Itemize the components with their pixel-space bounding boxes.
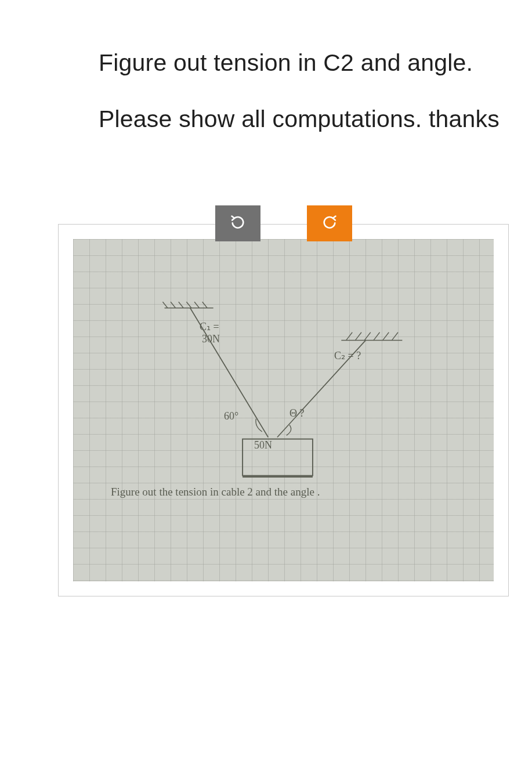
c1-label: C₁ = <box>200 320 219 333</box>
question-text: Figure out tension in C2 and angle. Plea… <box>99 35 509 147</box>
svg-line-8 <box>346 332 353 340</box>
angle-60: 60° <box>224 410 238 422</box>
undo-button[interactable] <box>215 205 260 241</box>
graph-paper: C₁ = 30N C₂ = ? 60° Θ ? 50N Figure out t… <box>73 239 494 581</box>
svg-line-9 <box>355 332 361 340</box>
c2-label: C₂ = ? <box>334 349 361 362</box>
svg-line-11 <box>374 332 380 340</box>
redo-button[interactable] <box>307 205 352 241</box>
svg-line-12 <box>383 332 389 340</box>
svg-line-3 <box>179 302 183 308</box>
redo-icon <box>321 214 338 232</box>
diagram-caption: Figure out the tension in cable 2 and th… <box>111 486 459 498</box>
svg-line-10 <box>364 332 371 340</box>
svg-rect-16 <box>243 439 313 475</box>
svg-line-6 <box>202 302 207 308</box>
action-buttons <box>58 205 509 241</box>
angle-theta: Θ ? <box>289 407 305 420</box>
diagram-sketch <box>73 239 494 581</box>
image-frame: C₁ = 30N C₂ = ? 60° Θ ? 50N Figure out t… <box>58 224 509 596</box>
weight-label: 50N <box>254 439 272 451</box>
svg-line-1 <box>162 302 167 308</box>
svg-line-5 <box>194 302 199 308</box>
svg-line-13 <box>392 332 399 340</box>
svg-line-4 <box>186 302 191 308</box>
svg-line-2 <box>171 302 175 308</box>
undo-icon <box>230 214 246 232</box>
c1-value: 30N <box>202 333 220 345</box>
